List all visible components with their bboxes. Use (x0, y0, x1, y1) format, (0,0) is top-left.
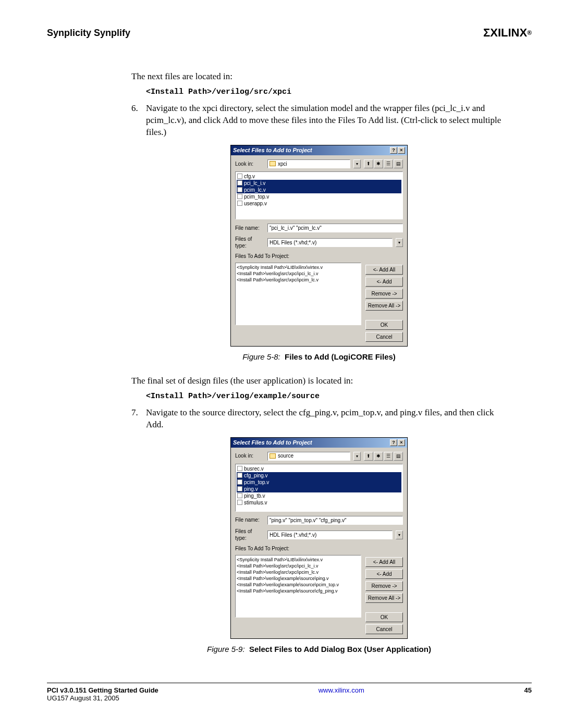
mid-paragraph: The final set of design files (the user … (131, 375, 507, 387)
file-icon (237, 180, 242, 186)
remove-button[interactable]: Remove -> (365, 581, 403, 591)
file-icon (237, 473, 242, 478)
lookin-label: Look in: (235, 452, 264, 460)
file-item[interactable]: cfg_ping.v (237, 472, 401, 479)
step-6-text: Navigate to the xpci directory, select t… (146, 103, 507, 139)
file-item[interactable]: userapp.v (237, 200, 401, 207)
remove-button[interactable]: Remove -> (365, 289, 403, 299)
list-item[interactable]: <Install Path>\verilog\example\source\pc… (237, 582, 360, 588)
footer-left: PCI v3.0.151 Getting Started Guide UG157… (47, 686, 158, 702)
list-item[interactable]: <Install Path>\verilog\src\xpci\pcim_lc.… (237, 569, 360, 575)
dialog1-title: Select Files to Add to Project (233, 146, 312, 154)
close-icon[interactable]: × (398, 147, 405, 154)
lookin-label: Look in: (235, 161, 264, 168)
xilinx-logo: ΣXILINX® (483, 26, 532, 40)
file-icon (237, 479, 242, 485)
cancel-button[interactable]: Cancel (365, 332, 403, 342)
up-folder-icon[interactable]: ⬆ (364, 452, 373, 461)
file-item[interactable]: stimulus.v (237, 499, 401, 506)
code-path-2: <Install Path>/verilog/example/source (146, 391, 507, 402)
list-item[interactable]: <Synplicity Install Path>\LIB\xilinx\vir… (237, 264, 360, 270)
files-to-add-list[interactable]: <Synplicity Install Path>\LIB\xilinx\vir… (235, 263, 361, 325)
file-icon (237, 187, 242, 192)
logo-glyph: Σ (483, 26, 489, 40)
page-header-title: Synplicity Synplify (47, 28, 130, 39)
list-item[interactable]: <Install Path>\verilog\example\source\cf… (237, 588, 360, 594)
file-item[interactable]: pcim_top.v (237, 193, 401, 200)
filename-label: File name: (235, 225, 264, 232)
filename-input[interactable]: "ping.v" "pcim_top.v" "cfg_ping.v" (267, 516, 403, 525)
file-icon (237, 493, 242, 498)
code-path-1: <Install Path>/verilog/src/xpci (146, 87, 507, 97)
cancel-button[interactable]: Cancel (365, 624, 403, 634)
add-button[interactable]: <- Add (365, 569, 403, 579)
file-icon (237, 500, 242, 505)
ok-button[interactable]: OK (365, 612, 403, 622)
details-view-icon[interactable]: ▤ (394, 452, 403, 461)
add-button[interactable]: <- Add (365, 277, 403, 287)
ok-button[interactable]: OK (365, 320, 403, 330)
dialog2-title: Select Files to Add to Project (233, 439, 312, 447)
file-item[interactable]: cfg.v (237, 173, 401, 180)
file-icon (237, 174, 242, 179)
remove-all-button[interactable]: Remove All -> (365, 301, 403, 311)
remove-all-button[interactable]: Remove All -> (365, 593, 403, 603)
file-item[interactable]: pci_lc_i.v (237, 180, 401, 187)
intro-paragraph: The next files are located in: (131, 71, 507, 83)
filetype-dropdown[interactable]: HDL Files (*.vhd;*.v) (267, 238, 393, 247)
chevron-down-icon[interactable]: ▾ (396, 530, 403, 539)
add-all-button[interactable]: <- Add All (365, 557, 403, 567)
up-folder-icon[interactable]: ⬆ (364, 159, 373, 168)
filetype-label: Files of type: (235, 236, 264, 250)
new-folder-icon[interactable]: ✱ (374, 159, 383, 168)
addlist-label: Files To Add To Project: (235, 545, 403, 552)
file-list[interactable]: cfg.v pci_lc_i.v pcim_lc.v pcim_top.v us… (235, 171, 403, 219)
list-view-icon[interactable]: ☰ (384, 159, 393, 168)
file-item[interactable]: busrec.v (237, 465, 401, 472)
filetype-dropdown[interactable]: HDL Files (*.vhd;*.v) (267, 530, 393, 539)
file-item[interactable]: pcim_top.v (237, 479, 401, 486)
folder-icon (270, 161, 276, 166)
dialog-files-to-add-2: Select Files to Add to Project ? × Look … (230, 437, 408, 639)
footer-url-link[interactable]: www.xilinx.com (319, 686, 364, 702)
close-icon[interactable]: × (398, 439, 405, 446)
new-folder-icon[interactable]: ✱ (374, 452, 383, 461)
lookin-dropdown[interactable]: source (267, 452, 350, 461)
folder-icon (270, 453, 276, 459)
file-icon (237, 201, 242, 206)
step-7-text: Navigate to the source directory, select… (146, 407, 507, 431)
list-item[interactable]: <Install Path>\verilog\example\source\pi… (237, 575, 360, 582)
chevron-down-icon[interactable]: ▾ (353, 452, 361, 461)
file-icon (237, 466, 242, 471)
filename-input[interactable]: "pci_lc_i.v" "pcim_lc.v" (267, 224, 403, 232)
step-7-number: 7. (131, 407, 146, 431)
filetype-label: Files of type: (235, 528, 264, 542)
help-icon[interactable]: ? (390, 439, 397, 446)
list-item[interactable]: <Install Path>\verilog\src\xpci\pcim_lc.… (237, 277, 360, 283)
step-7: 7. Navigate to the source directory, sel… (131, 407, 507, 431)
add-all-button[interactable]: <- Add All (365, 265, 403, 275)
help-icon[interactable]: ? (390, 147, 397, 154)
file-list[interactable]: busrec.v cfg_ping.v pcim_top.v ping.v pi… (235, 464, 403, 512)
dialog-files-to-add-1: Select Files to Add to Project ? × Look … (230, 145, 408, 347)
chevron-down-icon[interactable]: ▾ (396, 238, 403, 247)
list-item[interactable]: <Install Path>\verilog\src\xpci\pci_lc_i… (237, 270, 360, 277)
list-view-icon[interactable]: ☰ (384, 452, 393, 461)
file-icon (237, 194, 242, 199)
figure-5-8-caption: Figure 5-8: Files to Add (LogiCORE Files… (131, 352, 507, 362)
figure-5-9-caption: Figure 5-9: Select Files to Add Dialog B… (131, 644, 507, 655)
filename-label: File name: (235, 516, 264, 524)
step-6-number: 6. (131, 103, 146, 139)
list-item[interactable]: <Install Path>\verilog\src\xpci\pci_lc_i… (237, 563, 360, 569)
files-to-add-list[interactable]: <Synplicity Install Path>\LIB\xilinx\vir… (235, 555, 361, 618)
details-view-icon[interactable]: ▤ (394, 159, 403, 168)
chevron-down-icon[interactable]: ▾ (353, 159, 361, 168)
step-6: 6. Navigate to the xpci directory, selec… (131, 103, 507, 139)
list-item[interactable]: <Synplicity Install Path>\LIB\xilinx\vir… (237, 557, 360, 563)
file-item[interactable]: ping_tb.v (237, 492, 401, 499)
file-item[interactable]: ping.v (237, 486, 401, 492)
file-icon (237, 486, 242, 491)
file-item[interactable]: pcim_lc.v (237, 187, 401, 193)
addlist-label: Files To Add To Project: (235, 253, 403, 260)
lookin-dropdown[interactable]: xpci (267, 159, 350, 168)
